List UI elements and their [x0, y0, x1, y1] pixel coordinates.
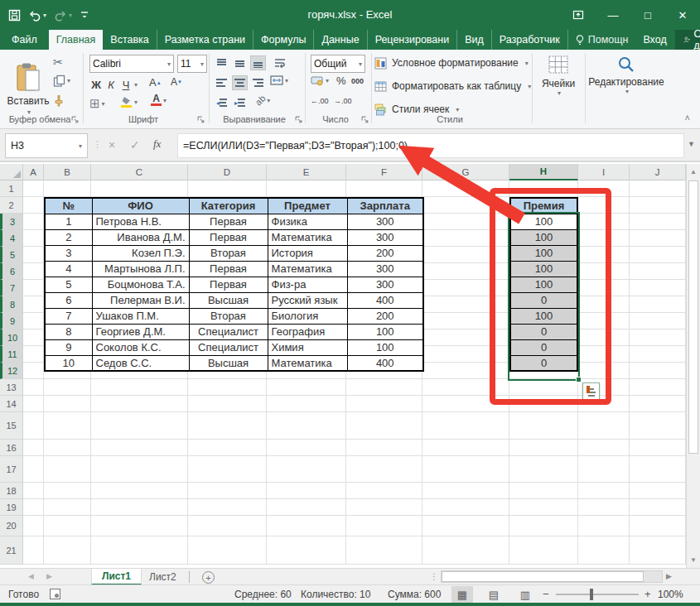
cell-subject-8[interactable]: Русский язык	[268, 292, 347, 308]
column-header-H[interactable]: H	[509, 164, 578, 180]
cell-subject-5[interactable]: История	[268, 245, 347, 261]
column-header-A[interactable]: A	[23, 164, 44, 180]
cell-category-9[interactable]: Вторая	[189, 308, 268, 324]
zoom-level[interactable]: 100%	[658, 589, 683, 600]
column-header-J[interactable]: J	[630, 164, 686, 180]
table-header-1[interactable]: ФИО	[92, 198, 189, 214]
cell-fio-12[interactable]: Седов С.С.	[92, 355, 189, 371]
cell-subject-12[interactable]: Математика	[268, 355, 347, 371]
row-header-20[interactable]: 20	[0, 516, 23, 536]
maximize-button[interactable]: □	[630, 0, 665, 30]
format-painter-button[interactable]	[53, 94, 65, 107]
cell-salary-10[interactable]: 100	[347, 324, 423, 339]
cell-salary-9[interactable]: 200	[347, 308, 423, 324]
cell-num-9[interactable]: 7	[45, 308, 92, 324]
decrease-decimal-button[interactable]: →.00	[334, 97, 352, 105]
cancel-icon[interactable]: ×	[109, 138, 115, 152]
cell-bonus-10[interactable]: 0	[510, 324, 577, 339]
cell-fio-10[interactable]: Георгиев Д.М.	[92, 324, 189, 339]
cell-category-10[interactable]: Специалист	[189, 324, 268, 339]
tab-Данные[interactable]: Данные	[314, 30, 367, 50]
cell-salary-5[interactable]: 200	[347, 245, 423, 261]
scroll-down-icon[interactable]: ▼	[687, 556, 700, 564]
conditional-formatting-button[interactable]: Условное форматирование▾	[374, 53, 529, 73]
row-header-19[interactable]: 19	[0, 499, 23, 516]
comma-style-button[interactable]: 000	[351, 77, 364, 85]
table-header-2[interactable]: Категория	[189, 198, 268, 214]
decrease-indent-icon[interactable]: ◂	[214, 95, 229, 110]
cell-subject-4[interactable]: Математика	[268, 229, 347, 245]
table-header-4[interactable]: Зарплата	[347, 198, 423, 214]
page-break-view-icon[interactable]: ▥	[514, 586, 536, 603]
formula-input[interactable]: =ЕСЛИ(ИЛИ(D3="Первая";D3="Вторая");100;0…	[177, 133, 684, 158]
cell-num-8[interactable]: 6	[45, 292, 92, 308]
cell-num-4[interactable]: 2	[45, 229, 92, 245]
tab-Рецензировани[interactable]: Рецензировани	[368, 30, 458, 50]
cell-category-7[interactable]: Первая	[189, 277, 268, 292]
row-header-7[interactable]: 7	[0, 280, 23, 296]
cell-fio-4[interactable]: Иванова Д.М.	[92, 229, 189, 245]
cell-subject-7[interactable]: Физ-ра	[268, 277, 347, 292]
enter-icon[interactable]: ✓	[130, 138, 140, 152]
cell-category-4[interactable]: Первая	[189, 229, 268, 245]
zoom-out-button[interactable]: −	[543, 588, 549, 600]
cell-salary-7[interactable]: 300	[347, 277, 423, 292]
cell-bonus-4[interactable]: 100	[510, 229, 577, 245]
column-header-F[interactable]: F	[346, 164, 422, 180]
number-format-combo[interactable]: Общий▾	[311, 55, 365, 73]
sheet-tab-Лист2[interactable]: Лист2	[139, 569, 186, 585]
horizontal-scroll-thumb[interactable]	[442, 571, 644, 582]
row-header-6[interactable]: 6	[0, 263, 23, 280]
signin-button[interactable]: Вход	[635, 34, 674, 46]
merge-center-button[interactable]: ▾	[270, 75, 288, 85]
cell-category-8[interactable]: Высшая	[189, 292, 268, 308]
table-header-3[interactable]: Предмет	[268, 198, 347, 214]
align-left-icon[interactable]	[214, 75, 229, 90]
collapse-ribbon-icon[interactable]: ˄	[685, 113, 690, 123]
cell-salary-6[interactable]: 300	[347, 261, 423, 277]
cell-category-6[interactable]: Первая	[189, 261, 268, 277]
cell-salary-11[interactable]: 100	[347, 339, 423, 355]
scroll-up-icon[interactable]: ▲	[687, 168, 700, 176]
cell-subject-6[interactable]: Математика	[268, 261, 347, 277]
underline-caret-icon[interactable]: ▾	[134, 81, 138, 89]
cell-subject-10[interactable]: География	[268, 324, 347, 339]
tab-file[interactable]: Файл	[0, 30, 49, 50]
cell-num-7[interactable]: 5	[45, 277, 92, 292]
share-button[interactable]: Общий доступ	[675, 30, 700, 50]
tab-Разработчик[interactable]: Разработчик	[492, 30, 568, 50]
cell-salary-3[interactable]: 300	[347, 214, 423, 229]
align-middle-icon[interactable]	[232, 55, 248, 70]
row-header-1[interactable]: 1	[0, 180, 23, 197]
name-box[interactable]: H3 ▾	[5, 133, 88, 158]
cell-bonus-12[interactable]: 0	[510, 355, 577, 371]
orientation-button[interactable]: ab▾	[255, 95, 270, 105]
row-header-18[interactable]: 18	[0, 483, 23, 499]
align-bottom-icon[interactable]	[250, 55, 266, 70]
align-right-icon[interactable]	[250, 75, 266, 90]
cell-num-6[interactable]: 4	[45, 261, 92, 277]
cell-fio-8[interactable]: Пелерман В.И.	[92, 292, 189, 308]
autofill-options-button[interactable]	[582, 382, 600, 400]
scroll-right-icon[interactable]: ▶	[666, 572, 672, 580]
row-header-21[interactable]: 21	[0, 536, 23, 565]
shrink-font-button[interactable]: А▼	[171, 76, 182, 88]
cell-salary-8[interactable]: 400	[347, 292, 423, 308]
row-header-2[interactable]: 2	[0, 197, 23, 214]
cell-num-11[interactable]: 9	[45, 339, 92, 355]
grow-font-button[interactable]: А▲	[149, 76, 162, 89]
align-top-icon[interactable]	[214, 55, 229, 70]
row-header-13[interactable]: 13	[0, 379, 23, 396]
formula-bar-expand-icon[interactable]: ▼	[688, 140, 695, 148]
clipboard-dialog-launcher-icon[interactable]	[71, 116, 80, 124]
cell-fio-7[interactable]: Боцмонова Т.А.	[92, 277, 189, 292]
tab-Разметка страни[interactable]: Разметка страни	[157, 30, 253, 50]
italic-button[interactable]: К	[104, 76, 118, 93]
underline-button[interactable]: Ч	[119, 76, 133, 93]
row-header-8[interactable]: 8	[0, 296, 23, 313]
close-button[interactable]: ✕	[665, 0, 700, 30]
row-header-17[interactable]: 17	[0, 456, 23, 483]
font-name-combo[interactable]: Calibri▾	[89, 55, 174, 73]
cell-salary-4[interactable]: 300	[347, 229, 423, 245]
cell-bonus-5[interactable]: 100	[510, 245, 577, 261]
